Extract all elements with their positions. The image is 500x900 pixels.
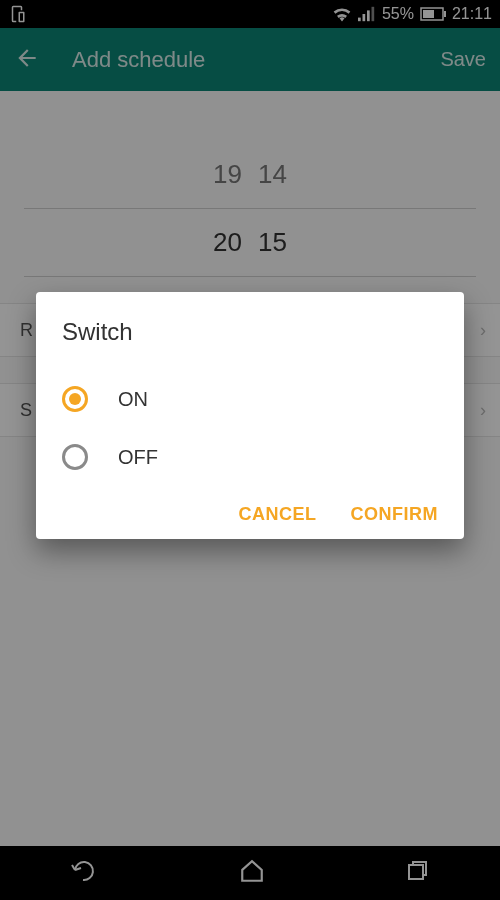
radio-label: ON: [118, 388, 148, 411]
radio-unselected-icon: [62, 444, 88, 470]
confirm-button[interactable]: CONFIRM: [351, 504, 439, 525]
radio-option-off[interactable]: OFF: [62, 428, 438, 486]
radio-selected-icon: [62, 386, 88, 412]
dialog-title: Switch: [62, 318, 438, 346]
radio-label: OFF: [118, 446, 158, 469]
cancel-button[interactable]: CANCEL: [239, 504, 317, 525]
radio-option-on[interactable]: ON: [62, 370, 438, 428]
switch-dialog: Switch ON OFF CANCEL CONFIRM: [36, 292, 464, 539]
